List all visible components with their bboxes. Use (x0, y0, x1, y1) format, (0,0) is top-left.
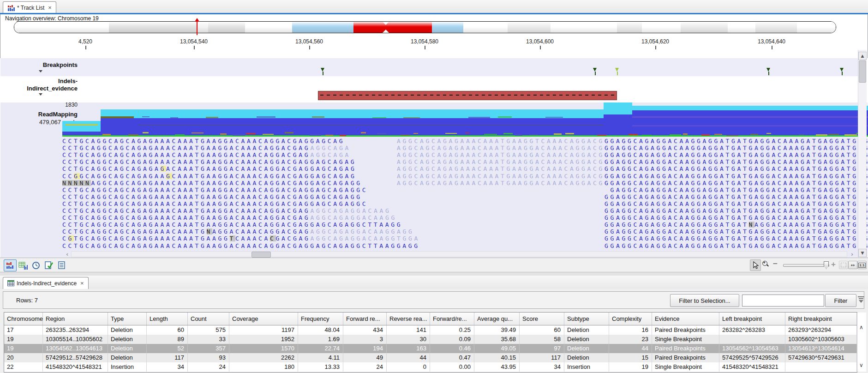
pointer-tool-button[interactable] (750, 259, 761, 271)
breakpoint-marker-head (593, 68, 597, 72)
report-view-button[interactable] (42, 259, 55, 271)
track-vscroll-down-icon[interactable]: ▼ (858, 249, 867, 257)
table-header-reverse-rea-[interactable]: Reverse rea... (387, 313, 430, 325)
table-vscroll-up-icon[interactable]: ∧ (859, 324, 863, 331)
advanced-filter-icon[interactable] (858, 296, 864, 304)
table-cell: 30 (387, 335, 430, 344)
table-row[interactable]: 2241548320^41548321Insertion342418013.33… (4, 362, 857, 372)
table-header-subtype[interactable]: Subtype (564, 313, 609, 325)
table-cell: Deletion (108, 344, 147, 353)
history-view-button[interactable] (30, 259, 42, 271)
chromosome-ideogram[interactable] (14, 21, 836, 33)
mismatch-fleck (310, 134, 321, 136)
variant-table: ChromosomeRegionTypeLengthCountCoverageF… (4, 312, 857, 373)
breakpoint-marker[interactable] (766, 68, 770, 75)
mismatch-fleck (377, 133, 386, 134)
table-header-left-breakpoint[interactable]: Left breakpoint (719, 313, 785, 325)
table-cell: 194 (343, 344, 387, 353)
zoom-100-button[interactable]: 1:1 (857, 261, 867, 269)
zoom-slider-track[interactable] (783, 264, 829, 267)
table-header-score[interactable]: Score (520, 313, 564, 325)
table-cell: 22 (4, 362, 43, 372)
reads-hscroll-left-icon[interactable]: ‹ (63, 251, 71, 258)
coverage-block (604, 114, 632, 137)
table-vscroll-down-icon[interactable]: ∨ (859, 362, 863, 368)
reads-hscroll-right-icon[interactable]: › (848, 251, 856, 258)
zoom-selection-button[interactable] (839, 261, 848, 269)
fit-width-button[interactable]: ↔ (848, 261, 857, 269)
table-header-right-breakpoint[interactable]: Right breakpoint (785, 313, 857, 325)
table-icon (7, 280, 14, 286)
trackchart-view-button[interactable] (4, 259, 17, 271)
table-row[interactable]: 2057429512..57429628Deletion1179322624.1… (4, 353, 857, 362)
coverage-stripe (632, 125, 868, 126)
breakpoint-marker[interactable] (321, 68, 324, 75)
mismatch-fleck (816, 134, 828, 136)
zoom-slider-thumb[interactable] (824, 261, 829, 269)
report-check-icon (44, 261, 54, 270)
table-view-button[interactable] (17, 259, 30, 271)
table-cell: Paired Breakpoints (652, 325, 719, 335)
coverage-block (62, 121, 101, 132)
breakpoint-marker[interactable] (840, 68, 844, 75)
tab-track-list-label: * Track List (17, 5, 44, 11)
table-cell: 48.04 (298, 325, 343, 335)
table-header-frequency[interactable]: Frequency (298, 313, 343, 325)
reads-hscroll-thumb[interactable] (251, 252, 271, 258)
table-row[interactable]: 17263235..263294Deletion60575119748.0443… (4, 325, 857, 335)
tab-close-icon[interactable]: × (48, 4, 52, 11)
navigation-overview-label: Navigation overview: Chromosome 19 (5, 15, 99, 22)
breakpoints-track-label: Breakpoints (0, 61, 78, 68)
reads-hscroll-track[interactable] (71, 251, 847, 257)
breakpoints-track[interactable] (0, 58, 858, 77)
indel-feature-bar[interactable] (318, 91, 617, 100)
centromere-pinch-top (382, 21, 390, 25)
table-row[interactable]: 1910305514..10305602Deletion893319521.69… (4, 335, 857, 344)
table-header-forward-re-[interactable]: Forward re... (343, 313, 387, 325)
table-row[interactable]: 1913054562..13054613Deletion52357157022.… (4, 344, 857, 353)
table-header-length[interactable]: Length (147, 313, 188, 325)
table-cell: 575 (188, 325, 229, 335)
table-cell: 44 (387, 353, 430, 362)
tab-indels-close-icon[interactable]: × (80, 280, 84, 287)
mismatch-fleck (554, 133, 561, 135)
ruler-tick-label: 4,520 (53, 38, 118, 45)
breakpoint-marker-stem (842, 72, 843, 75)
table-header-complexity[interactable]: Complexity (609, 313, 652, 325)
table-header-type[interactable]: Type (108, 313, 147, 325)
filter-to-selection-button[interactable]: Filter to Selection... (670, 294, 739, 307)
table-cell: Deletion (564, 344, 609, 353)
zoom-in-tool-button[interactable]: + (762, 260, 771, 270)
mismatch-fleck (468, 117, 490, 118)
track-vscroll-thumb[interactable] (859, 60, 866, 83)
table-header-count[interactable]: Count (188, 313, 229, 325)
table-cell: 3 (343, 335, 387, 344)
breakpoints-fold-arrow-icon[interactable] (39, 70, 42, 72)
filter-button[interactable]: Filter (825, 294, 856, 307)
table-header-region[interactable]: Region (43, 313, 108, 325)
filter-search-input[interactable] (742, 295, 824, 307)
ruler-tick-label: 13,054,600 (508, 38, 572, 45)
zoom-out-button[interactable]: − (773, 259, 778, 269)
table-header-forward-re-[interactable]: Forward/re... (430, 313, 474, 325)
breakpoint-marker[interactable] (615, 68, 619, 75)
breakpoint-marker-stem (595, 72, 596, 75)
table-cell: 1.69 (298, 335, 343, 344)
indels-fold-arrow-icon[interactable] (39, 93, 42, 96)
table-cell: 13054562^13054563 (719, 344, 785, 353)
mismatch-fleck (565, 133, 574, 134)
track-vscroll-up-icon[interactable]: ▲ (858, 52, 867, 60)
table-header-average-qu-[interactable]: Average qu... (474, 313, 520, 325)
text-view-button[interactable] (55, 259, 68, 271)
breakpoint-marker[interactable] (593, 68, 597, 75)
table-cell: 34 (147, 362, 188, 372)
table-cell: Insertion (108, 362, 147, 372)
tab-track-list[interactable]: * Track List × (3, 1, 56, 13)
mismatch-fleck (445, 133, 456, 134)
mismatch-fleck (372, 117, 386, 118)
table-header-coverage[interactable]: Coverage (229, 313, 298, 325)
zoom-in-plus-button[interactable]: + (831, 260, 836, 269)
table-header-evidence[interactable]: Evidence (652, 313, 719, 325)
table-header-chromosome[interactable]: Chromosome (4, 313, 43, 325)
tab-indels-table[interactable]: Indels-Indirect_evidence × (3, 277, 89, 289)
